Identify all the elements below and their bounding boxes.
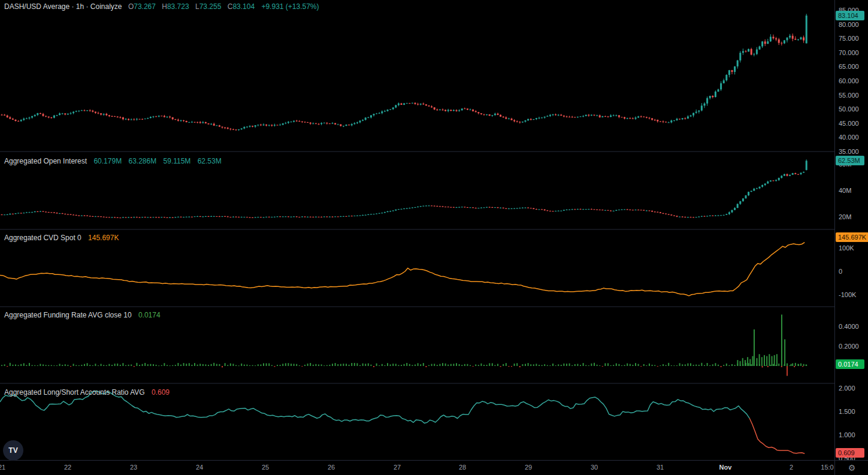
- y-axis-tick: 75.000: [839, 35, 859, 42]
- indicator-title[interactable]: Aggregated CVD Spot 0: [4, 234, 81, 242]
- ohlc-low-label: L: [195, 2, 199, 11]
- panel-header-long-short: Aggregated Long/Short Accounts Ratio AVG…: [4, 388, 170, 397]
- ohlc-high-label: H: [162, 2, 167, 11]
- y-axis-tick: -100K: [839, 291, 856, 298]
- y-axis-tick: 50.000: [839, 105, 859, 113]
- ls-ratio-value: 0.609: [152, 388, 170, 397]
- tradingview-logo[interactable]: TV: [3, 440, 23, 461]
- indicator-title[interactable]: Aggregated Long/Short Accounts Ratio AVG: [4, 388, 145, 397]
- x-axis-label: 15:0: [821, 464, 833, 471]
- y-axis-tick: 100K: [839, 244, 854, 252]
- last-value-badge: 145.697K: [836, 232, 868, 242]
- panel-header-price: DASH/USD Average · 1h · Coinalyze O73.26…: [4, 2, 319, 11]
- ohlc-open-label: O: [128, 2, 134, 11]
- last-value-badge: 0.609: [836, 448, 864, 458]
- x-axis-label: 21: [0, 464, 5, 471]
- y-axis-tick: 35.000: [839, 148, 859, 155]
- y-axis-tick: 0.4000: [839, 323, 859, 330]
- y-axis-tick: 0.2000: [839, 343, 859, 350]
- x-axis-label: 27: [394, 464, 401, 471]
- indicator-title[interactable]: Aggregated Open Interest: [4, 157, 87, 165]
- y-axis-tick: 0: [839, 268, 842, 275]
- gear-icon[interactable]: ⚙: [848, 463, 856, 473]
- x-axis-label: 26: [328, 464, 335, 471]
- x-axis-label: 28: [459, 464, 466, 471]
- oi-high-value: 63.286M: [128, 157, 156, 165]
- y-axis-tick: 60.000: [839, 77, 859, 84]
- x-axis-label: 29: [525, 464, 532, 471]
- x-axis-label: 22: [64, 464, 71, 471]
- symbol-title[interactable]: DASH/USD Average · 1h · Coinalyze: [4, 2, 122, 11]
- price-axis[interactable]: 85.00080.00075.00070.00065.00060.00055.0…: [834, 0, 868, 460]
- trading-chart-window: DASH/USD Average · 1h · Coinalyze O73.26…: [0, 0, 868, 475]
- y-axis-tick: 55.000: [839, 92, 859, 99]
- y-axis-tick: 1.500: [839, 408, 855, 415]
- ohlc-close-value: 83.104: [232, 2, 255, 11]
- x-axis-label: Nov: [719, 464, 732, 471]
- panel-header-cvd: Aggregated CVD Spot 0 145.697K: [4, 234, 119, 242]
- cvd-value: 145.697K: [88, 234, 119, 242]
- y-axis-tick: 65.000: [839, 63, 859, 70]
- y-axis-tick: 1.000: [839, 431, 855, 438]
- indicator-title[interactable]: Aggregated Funding Rate AVG close 10: [4, 311, 132, 319]
- last-value-badge: 62.53M: [836, 156, 864, 165]
- y-axis-tick: 20M: [839, 213, 851, 220]
- axis-settings-corner: ⚙: [834, 460, 868, 475]
- ohlc-low-value: 73.255: [199, 2, 222, 11]
- ohlc-open-value: 73.267: [134, 2, 156, 11]
- x-axis-label: 23: [130, 464, 137, 471]
- x-axis-label: 2: [790, 464, 793, 471]
- y-axis-tick: 40.000: [839, 134, 859, 141]
- oi-open-value: 60.179M: [93, 157, 122, 165]
- panel-header-open-interest: Aggregated Open Interest 60.179M 63.286M…: [4, 157, 222, 165]
- x-axis-label: 30: [591, 464, 598, 471]
- last-value-badge: 0.0174: [836, 359, 864, 369]
- x-axis-label: 24: [196, 464, 203, 471]
- panel-header-funding: Aggregated Funding Rate AVG close 10 0.0…: [4, 311, 161, 319]
- y-axis-tick: 2.000: [839, 385, 855, 392]
- y-axis-tick: 70.000: [839, 49, 859, 56]
- x-axis-label: 31: [657, 464, 664, 471]
- oi-low-value: 59.115M: [164, 157, 191, 165]
- last-value-badge: 83.104: [836, 11, 864, 20]
- tradingview-logo-mark: TV: [3, 440, 23, 461]
- oi-close-value: 62.53M: [198, 157, 222, 165]
- x-axis-label: 25: [262, 464, 269, 471]
- y-axis-tick: 80.000: [839, 21, 859, 28]
- time-axis[interactable]: 2122232425262728293031Nov215:0: [0, 460, 834, 475]
- ohlc-change-value: +9.931 (+13.57%): [261, 2, 319, 11]
- y-axis-tick: 40M: [839, 187, 851, 194]
- y-axis-tick: 45.000: [839, 120, 859, 127]
- funding-value: 0.0174: [138, 311, 161, 319]
- ohlc-high-value: 83.723: [167, 2, 189, 11]
